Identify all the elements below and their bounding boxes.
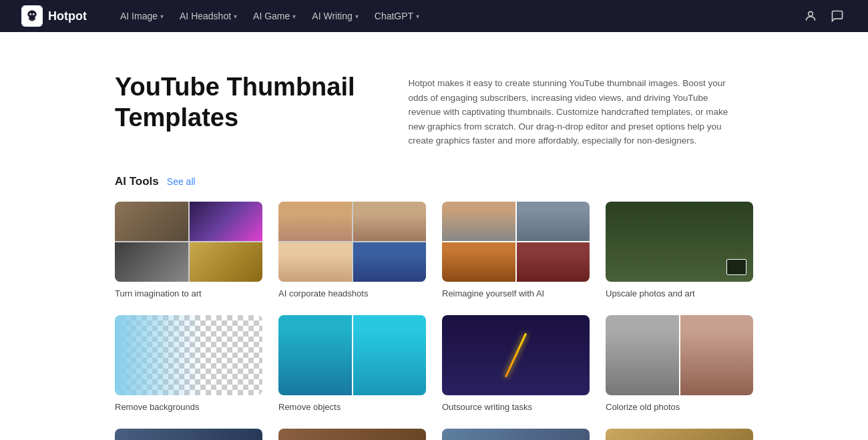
tool-card-partial-3[interactable] — [442, 429, 590, 440]
nav-ai-headshot[interactable]: AI Headshot ▾ — [173, 7, 244, 25]
hero-title: YouTube Thumbnail Templates — [115, 72, 355, 133]
tool-image-imagination — [115, 202, 262, 282]
section-header: AI Tools See all — [115, 175, 753, 188]
tool-card-headshots[interactable]: AI corporate headshots — [278, 202, 426, 299]
tool-image-partial-2 — [278, 429, 426, 440]
chevron-down-icon: ▾ — [416, 13, 419, 20]
tool-card-reimagine[interactable]: Reimagine yourself with AI — [442, 202, 590, 299]
ai-tools-section: AI Tools See all Turn imagination to art… — [0, 175, 868, 440]
nav-chatgpt[interactable]: ChatGPT ▾ — [368, 7, 426, 25]
tool-card-remove-obj[interactable]: Remove objects — [278, 315, 426, 413]
logo-text: Hotpot — [48, 9, 87, 23]
user-icon[interactable] — [801, 7, 820, 25]
tool-image-partial-4 — [606, 429, 753, 440]
tool-card-imagination[interactable]: Turn imagination to art — [115, 202, 262, 299]
logo[interactable]: Hotpot — [21, 5, 87, 27]
tool-label-remove-obj: Remove objects — [278, 402, 341, 412]
nav-right — [801, 7, 847, 25]
nav-ai-game[interactable]: AI Game ▾ — [246, 7, 302, 25]
tools-grid: Turn imagination to art AI corporate hea… — [115, 202, 753, 413]
tool-label-imagination: Turn imagination to art — [115, 288, 202, 298]
tool-image-remove-bg — [115, 315, 262, 395]
svg-point-0 — [29, 13, 31, 15]
tool-card-upscale[interactable]: Upscale photos and art — [606, 202, 753, 299]
nav-ai-image[interactable]: AI Image ▾ — [114, 7, 170, 25]
tool-card-partial-4[interactable] — [606, 429, 753, 440]
tool-card-partial-1[interactable] — [115, 429, 262, 440]
tools-grid-bottom — [115, 429, 753, 440]
tool-label-headshots: AI corporate headshots — [278, 288, 368, 298]
logo-icon — [21, 5, 43, 27]
chevron-down-icon: ▾ — [355, 13, 359, 20]
tool-image-reimagine — [442, 202, 590, 282]
tool-image-partial-1 — [115, 429, 262, 440]
tool-card-partial-2[interactable] — [278, 429, 426, 440]
tool-label-colorize: Colorize old photos — [606, 402, 680, 412]
tool-image-remove-obj — [278, 315, 426, 395]
see-all-link[interactable]: See all — [167, 176, 196, 187]
svg-point-1 — [33, 13, 35, 15]
chevron-down-icon: ▾ — [234, 13, 237, 20]
tool-image-upscale — [606, 202, 753, 282]
chevron-down-icon: ▾ — [160, 13, 164, 20]
tool-label-remove-bg: Remove backgrounds — [115, 402, 199, 412]
tool-label-upscale: Upscale photos and art — [606, 288, 695, 298]
chevron-down-icon: ▾ — [292, 13, 296, 20]
navigation: Hotpot AI Image ▾ AI Headshot ▾ AI Game … — [0, 0, 868, 32]
chat-icon[interactable] — [828, 7, 847, 25]
section-title: AI Tools — [115, 175, 159, 188]
tool-card-colorize[interactable]: Colorize old photos — [606, 315, 753, 413]
nav-items: AI Image ▾ AI Headshot ▾ AI Game ▾ AI Wr… — [114, 7, 796, 25]
tool-label-writing: Outsource writing tasks — [442, 402, 532, 412]
svg-point-2 — [809, 11, 813, 16]
nav-ai-writing[interactable]: AI Writing ▾ — [305, 7, 365, 25]
tool-image-colorize — [606, 315, 753, 395]
hero-section: YouTube Thumbnail Templates Hotpot makes… — [0, 32, 868, 175]
tool-label-reimagine: Reimagine yourself with AI — [442, 288, 544, 298]
tool-image-writing — [442, 315, 590, 395]
tool-image-headshots — [278, 202, 426, 282]
tool-card-remove-bg[interactable]: Remove backgrounds — [115, 315, 262, 413]
tool-image-partial-3 — [442, 429, 590, 440]
tool-card-writing[interactable]: Outsource writing tasks — [442, 315, 590, 413]
hero-description: Hotpot makes it easy to create stunning … — [409, 72, 729, 148]
